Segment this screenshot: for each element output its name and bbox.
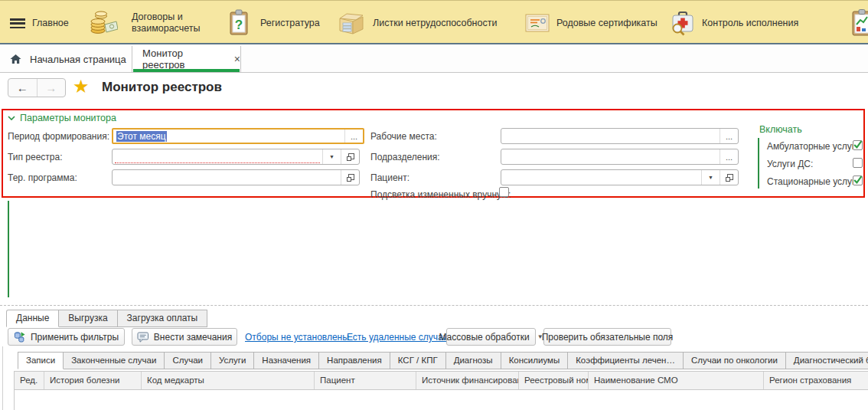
column-header-2[interactable]: Код медкарты [142, 372, 315, 389]
add-remarks-button[interactable]: Внести замечания [132, 328, 237, 346]
section-birth-certificates[interactable]: Родовые сертификаты [523, 1, 658, 45]
include-group-title: Включать [759, 124, 802, 135]
app-window: ГлавноеДоговоры и взаиморасчеты?Регистра… [0, 0, 868, 410]
highlight-manual-label: Подсветка измененных вручную: [370, 189, 511, 200]
field-patient-dropdown-button[interactable]: ▼ [701, 170, 720, 185]
subtab-8[interactable]: Консилиумы [501, 352, 569, 369]
table-header-row: Ред.История болезниКод медкартыПациентИс… [14, 371, 868, 390]
field-registry-type-dropdown-button[interactable]: ▼ [322, 149, 341, 164]
section-execution-control[interactable]: Контроль исполнения [668, 1, 798, 45]
column-header-7[interactable]: Регион страхования [764, 372, 868, 389]
section-registry-office[interactable]: ?Регистратура [224, 1, 320, 45]
deleted-cases-link[interactable]: Есть удаленные случаи [347, 332, 448, 343]
main-menu-icon[interactable] [10, 18, 25, 29]
close-tab-icon[interactable]: × [234, 54, 240, 64]
include-ambulatory-services-checkbox[interactable] [853, 140, 863, 150]
section-next[interactable] [848, 1, 868, 45]
field-patient-open-button[interactable] [720, 170, 738, 185]
field-departments-more-button[interactable]: ... [720, 149, 738, 164]
subtab-11[interactable]: Диагностический блок [786, 352, 868, 369]
workspace-tab-1[interactable]: Выгрузка [59, 310, 117, 327]
active-tab-indicator [133, 69, 240, 72]
svg-text:?: ? [235, 18, 243, 32]
monitor-parameters-panel: Параметры монитора Период формирования:Э… [2, 109, 865, 198]
panel-splitter[interactable] [0, 305, 868, 306]
field-registry-type-required-marker [115, 162, 320, 163]
subtab-9[interactable]: Коэффициенты лечен… [568, 352, 684, 369]
back-button[interactable]: ← [8, 79, 38, 97]
field-departments: ... [501, 149, 739, 165]
table-body [14, 390, 868, 410]
mass-processing-label: Массовые обработки [439, 332, 529, 343]
subtab-7[interactable]: Диагнозы [446, 352, 501, 369]
data-page-left-border [2, 346, 3, 410]
subtab-4[interactable]: Назначения [254, 352, 319, 369]
parameters-group-header[interactable]: Параметры монитора [8, 113, 116, 123]
section-execution-control-label: Контроль исполнения [702, 18, 798, 29]
include-stationary-services-label: Стационарные услуги: [767, 176, 863, 187]
parameters-group-title: Параметры монитора [20, 113, 116, 123]
section-sick-leave-label: Листки нетрудоспособности [373, 18, 503, 29]
tab-registry-monitor[interactable]: Монитор реестров × [132, 46, 241, 72]
check-required-fields-button[interactable]: Проверить обязательные поля [543, 328, 671, 346]
subtab-6[interactable]: КСГ / КПГ [390, 352, 446, 369]
forward-button[interactable]: → [38, 79, 66, 97]
check-required-fields-label: Проверить обязательные поля [542, 332, 674, 343]
field-period-input[interactable]: Этот месяц [113, 130, 344, 143]
workspace-tab-0[interactable]: Данные [6, 310, 59, 327]
subtab-5[interactable]: Направления [319, 352, 390, 369]
field-ter-program [112, 169, 360, 185]
section-registry-office-label: Регистратура [260, 18, 320, 29]
field-registry-type-open-button[interactable] [341, 149, 359, 164]
coins-contracts-icon [89, 8, 118, 38]
tab-home-page[interactable]: Начальная страница [0, 46, 132, 72]
field-ter-program-open-button[interactable] [341, 170, 359, 185]
history-nav: ← → [8, 78, 66, 97]
include-ds-services-label: Услуги ДС: [767, 159, 813, 169]
first-aid-control-icon [668, 8, 697, 38]
apply-filters-button[interactable]: Применить фильтры [8, 328, 125, 346]
field-registry-type-label: Тип реестра: [8, 152, 63, 162]
column-header-5[interactable]: Реестровый ном… [519, 372, 589, 389]
field-workplaces-input[interactable] [501, 129, 720, 143]
column-header-1[interactable]: История болезни [44, 372, 142, 389]
filters-not-set-link[interactable]: Отборы не установлены [245, 332, 349, 343]
include-ds-services-checkbox[interactable] [853, 158, 863, 168]
records-table: Ред.История болезниКод медкартыПациентИс… [14, 371, 868, 410]
subtab-2[interactable]: Случаи [165, 352, 211, 369]
field-workplaces-more-button[interactable]: ... [720, 129, 738, 143]
column-header-6[interactable]: Наименование СМО [589, 372, 764, 389]
field-patient-input[interactable] [501, 170, 701, 185]
subtab-0[interactable]: Записи [18, 352, 64, 369]
column-header-3[interactable]: Пациент [315, 372, 416, 389]
subtab-1[interactable]: Законченные случаи [64, 352, 165, 369]
mass-processing-button[interactable]: Массовые обработки ▼ [446, 328, 536, 346]
field-ter-program-input[interactable] [113, 170, 341, 185]
sections-panel: ГлавноеДоговоры и взаиморасчеты?Регистра… [0, 0, 868, 44]
field-departments-label: Подразделения: [370, 152, 440, 162]
subtab-3[interactable]: Услуги [211, 352, 254, 369]
field-period-value: Этот месяц [116, 131, 167, 142]
field-patient-label: Пациент: [370, 172, 410, 183]
subtab-10[interactable]: Случаи по онкологии [684, 352, 786, 369]
include-stationary-services-checkbox[interactable] [853, 175, 863, 185]
workspace-tabs: ДанныеВыгрузкаЗагрузка оплаты [6, 310, 207, 327]
field-period-more-button[interactable]: ... [344, 130, 363, 143]
speech-bubble-icon [137, 331, 149, 343]
home-tab-label: Начальная страница [30, 54, 126, 65]
highlight-manual-checkbox[interactable] [499, 187, 509, 197]
workspace-tab-2[interactable]: Загрузка оплаты [118, 310, 208, 327]
field-workplaces-label: Рабочие места: [370, 131, 437, 142]
column-header-4[interactable]: Источник финансирования [416, 372, 519, 389]
section-contracts-label: Договоры и взаиморасчеты [132, 11, 224, 34]
field-registry-type: ▼ [112, 149, 360, 165]
include-group-header: Включать [759, 124, 802, 135]
column-header-0[interactable]: Ред. [15, 372, 44, 389]
field-departments-input[interactable] [501, 149, 720, 164]
section-main[interactable]: Главное [32, 1, 69, 45]
add-remarks-label: Внести замечания [154, 332, 232, 343]
section-sick-leave[interactable]: Листки нетрудоспособности [337, 1, 503, 45]
section-contracts[interactable]: Договоры и взаиморасчеты [89, 1, 224, 45]
favorite-star-icon[interactable]: ★ [73, 76, 90, 97]
field-registry-type-input[interactable] [113, 149, 322, 164]
